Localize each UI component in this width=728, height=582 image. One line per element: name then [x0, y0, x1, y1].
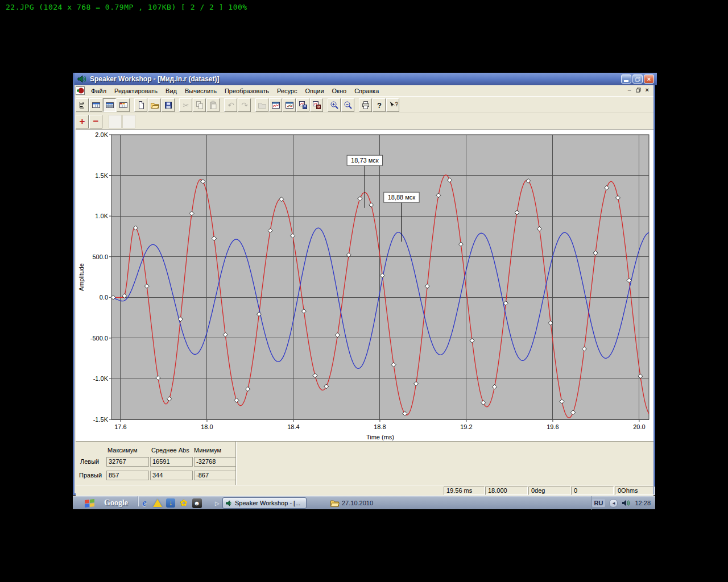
restore-button[interactable]	[632, 74, 643, 84]
help-button[interactable]: ?	[373, 98, 386, 112]
stats-right-minimum: -867	[194, 471, 237, 480]
language-indicator[interactable]: RU	[592, 499, 606, 507]
stats-right-maximum: 857	[106, 471, 149, 480]
download-manager-icon[interactable]: ↓	[166, 498, 176, 508]
y-axis-title: Amplitude	[78, 263, 85, 291]
menu-options[interactable]: Опции	[301, 86, 328, 95]
x-tick-label: 20.0	[633, 423, 645, 430]
blank-2-button	[122, 115, 135, 128]
new-file-icon	[136, 101, 146, 110]
taskbar-button-folder[interactable]: 27.10.2010	[330, 497, 392, 509]
paste-icon	[209, 101, 218, 110]
copy-button	[193, 98, 206, 112]
statistics-panel: Максимум Среднее Abs Минимум Левый 32767…	[76, 441, 653, 485]
title-bar[interactable]: Speaker Workshop - [Мид.in.r (dataset)] …	[75, 73, 657, 85]
context-help-icon: ?	[388, 101, 398, 110]
blank-1-button	[109, 115, 122, 128]
add-marker-button[interactable]: +	[76, 115, 89, 128]
view-table-button[interactable]	[89, 98, 102, 112]
chart-options-button[interactable]	[283, 98, 296, 112]
system-tray: RU ◂ 12:28	[592, 496, 655, 510]
import-button	[255, 98, 268, 112]
google-deskbar-label: Google	[104, 498, 128, 508]
status-impedance: 0Ohms	[615, 487, 655, 495]
window-title: Speaker Workshop - [Мид.in.r (dataset)]	[90, 75, 219, 83]
taskbar-button-speaker-workshop[interactable]: Speaker Workshop - [...	[222, 497, 307, 509]
remove-marker-button[interactable]: −	[89, 115, 102, 128]
dataset-chart-view[interactable]: 17.618.018.418.819.219.620.02.0K1.5K1.0K…	[76, 129, 653, 441]
stats-header-maximum: Максимум	[107, 447, 138, 454]
menu-view[interactable]: Вид	[162, 86, 181, 95]
menu-calculate[interactable]: Вычислить	[181, 86, 221, 95]
menu-resource[interactable]: Ресурс	[273, 86, 301, 95]
close-button[interactable]: ×	[644, 74, 654, 84]
y-tick-label: 500.0	[92, 253, 108, 260]
open-file-icon	[150, 101, 159, 110]
x-tick-label: 19.6	[547, 423, 559, 430]
menu-bar: Файл Редактировать Вид Вычислить Преобра…	[75, 85, 653, 96]
annotation-label: 18,73 мск	[351, 157, 379, 164]
google-deskbar[interactable]: Google	[104, 496, 128, 510]
stats-header-minimum: Минимум	[194, 447, 221, 454]
chart-view-button[interactable]	[269, 98, 282, 112]
minimize-button[interactable]	[621, 74, 631, 84]
view-list-icon	[78, 101, 87, 110]
mdi-restore-button[interactable]	[636, 88, 641, 93]
cut-button: ✂	[179, 98, 192, 112]
undo-icon: ↶	[226, 101, 235, 110]
mdi-child-controls: – ×	[627, 86, 649, 93]
menu-edit[interactable]: Редактировать	[110, 86, 162, 95]
zoom-in-button[interactable]	[328, 98, 341, 112]
status-bar: 19.56 ms 18.000 0deg 0 0Ohms	[76, 485, 653, 496]
y-tick-label: 1.5K	[95, 172, 108, 179]
context-help-button[interactable]: ?	[386, 98, 399, 112]
save-file-icon	[164, 101, 173, 110]
menu-help[interactable]: Справка	[350, 86, 383, 95]
start-button[interactable]	[84, 496, 96, 510]
quick-launch-expand[interactable]: ▷	[215, 496, 220, 510]
print-icon	[361, 101, 370, 110]
waveform-chart: 17.618.018.418.819.219.620.02.0K1.5K1.0K…	[76, 131, 653, 441]
alien-app-icon[interactable]: ☻	[192, 498, 202, 508]
volume-icon[interactable]	[622, 499, 631, 507]
status-cursor-time: 19.56 ms	[444, 487, 485, 495]
view-grid-button[interactable]	[103, 98, 116, 112]
triangle-shape	[153, 499, 162, 507]
qip-icon[interactable]: ✿	[179, 498, 189, 508]
stats-header-average-abs: Среднее Abs	[151, 447, 189, 454]
folder-icon	[330, 499, 340, 507]
svg-text:↷: ↷	[241, 101, 248, 110]
new-file-button[interactable]	[134, 98, 147, 112]
y-tick-label: -500.0	[90, 335, 108, 342]
save-file-button[interactable]	[162, 98, 175, 112]
tray-collapse-button[interactable]: ◂	[609, 499, 618, 508]
view-cells-button[interactable]	[117, 98, 130, 112]
secondary-toolbar: +−	[76, 113, 653, 130]
view-cells-icon	[119, 101, 128, 110]
internet-explorer-icon[interactable]: e	[139, 498, 150, 508]
menu-window[interactable]: Окно	[328, 86, 351, 95]
triangle-app-icon[interactable]	[152, 498, 163, 508]
menu-transform[interactable]: Преобразовать	[221, 86, 273, 95]
status-value: 18.000	[485, 487, 528, 495]
taskbar-separator	[138, 496, 139, 506]
view-list-button[interactable]	[76, 98, 89, 112]
view-table-icon	[92, 101, 101, 110]
mdi-minimize-button[interactable]: –	[627, 86, 631, 93]
x-tick-label: 18.0	[201, 423, 213, 430]
svg-text:?: ?	[395, 101, 398, 107]
mdi-close-button[interactable]: ×	[646, 86, 649, 93]
menu-file[interactable]: Файл	[87, 86, 110, 95]
print-button[interactable]	[359, 98, 372, 112]
speaker-icon	[77, 74, 87, 84]
export-chart-button[interactable]	[310, 98, 323, 112]
close-icon: ×	[647, 76, 651, 82]
view-grid-icon	[105, 101, 114, 110]
x-tick-label: 19.2	[460, 423, 472, 430]
plot-area[interactable]	[111, 135, 649, 419]
zoom-out-button[interactable]	[341, 98, 354, 112]
open-file-button[interactable]	[148, 98, 161, 112]
speaker-icon	[225, 500, 233, 507]
save-chart-button[interactable]	[296, 98, 309, 112]
dataset-document-icon	[76, 86, 85, 95]
